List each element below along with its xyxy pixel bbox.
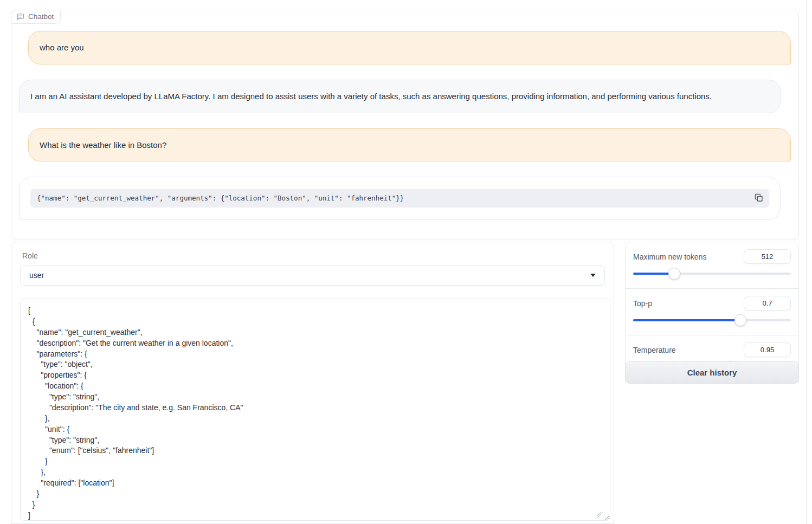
chatbot-label-text: Chatbot xyxy=(28,12,54,21)
code-block: {"name": "get_current_weather", "argumen… xyxy=(30,189,769,208)
max-new-tokens-input[interactable] xyxy=(744,249,791,264)
slider-handle[interactable] xyxy=(668,268,680,280)
top-p-slider xyxy=(633,314,791,326)
copy-icon xyxy=(755,193,763,204)
role-label: Role xyxy=(22,251,605,260)
slider-handle[interactable] xyxy=(734,314,746,326)
chatbot-panel: who are you I am an AI assistant develop… xyxy=(11,10,799,240)
max-new-tokens-slider xyxy=(633,268,791,280)
role-dropdown-value: user xyxy=(29,271,44,280)
bot-message-text: I am an AI assistant developed by LLaMA … xyxy=(30,92,712,101)
param-row-max-new-tokens: Maximum new tokens xyxy=(626,242,798,288)
clear-history-button[interactable]: Clear history xyxy=(625,361,799,384)
param-label: Top-p xyxy=(633,299,652,308)
slider-fill xyxy=(633,319,740,321)
speech-bubble-icon xyxy=(17,13,24,21)
top-p-input[interactable] xyxy=(744,296,791,310)
chat-area: who are you I am an AI assistant develop… xyxy=(11,10,798,240)
editor-panel: Role user [ { "name": "get_current_weath… xyxy=(11,242,614,524)
param-row-top-p: Top-p xyxy=(626,288,798,335)
param-label: Maximum new tokens xyxy=(633,253,706,261)
role-dropdown[interactable]: user xyxy=(20,265,605,286)
user-message-text: who are you xyxy=(40,43,84,52)
page-scrollbar[interactable] xyxy=(806,0,807,524)
slider-fill xyxy=(633,273,674,275)
user-message-text: What is the weather like in Boston? xyxy=(40,140,166,150)
user-message: who are you xyxy=(28,31,791,64)
tool-call-message: {"name": "get_current_weather", "argumen… xyxy=(19,177,781,220)
tools-textarea[interactable]: [ { "name": "get_current_weather", "desc… xyxy=(20,299,610,521)
param-label: Temperature xyxy=(633,346,676,354)
chevron-down-icon xyxy=(590,274,596,277)
temperature-input[interactable] xyxy=(744,342,791,357)
bot-message: I am an AI assistant developed by LLaMA … xyxy=(19,80,781,113)
copy-button[interactable] xyxy=(753,193,764,204)
chatbot-label: Chatbot xyxy=(11,10,61,24)
code-text: {"name": "get_current_weather", "argumen… xyxy=(37,194,404,202)
user-message: What is the weather like in Boston? xyxy=(28,128,791,162)
